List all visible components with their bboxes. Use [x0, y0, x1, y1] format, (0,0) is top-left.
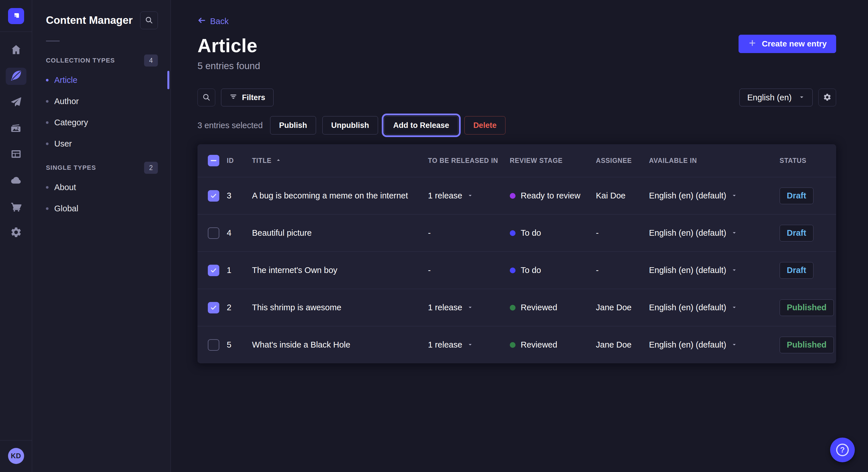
- chevron-down-icon: [467, 191, 473, 200]
- gear-icon: [10, 226, 22, 239]
- publish-button[interactable]: Publish: [270, 116, 316, 134]
- cell-stage: To do: [510, 266, 596, 275]
- chevron-down-icon: [732, 340, 737, 349]
- chevron-down-icon: [467, 303, 473, 312]
- chevron-down-icon: [732, 191, 737, 200]
- bullet-icon: [46, 207, 49, 210]
- cell-id: 1: [227, 266, 252, 275]
- strapi-logo-icon: [8, 8, 24, 24]
- cell-release: -: [428, 228, 510, 238]
- col-header-assignee[interactable]: ASSIGNEE: [596, 157, 649, 165]
- col-header-id[interactable]: ID: [227, 157, 252, 165]
- subnav-search-button[interactable]: [140, 11, 158, 29]
- col-header-release[interactable]: TO BE RELEASED IN: [428, 157, 510, 165]
- user-avatar[interactable]: KD: [8, 448, 24, 464]
- layout-icon: [10, 148, 22, 161]
- subnav-item-article[interactable]: Article: [41, 69, 162, 91]
- chevron-down-icon: [732, 303, 737, 312]
- view-settings-button[interactable]: [818, 89, 836, 106]
- paper-plane-icon: [10, 96, 22, 109]
- strapi-logo-wrap[interactable]: [0, 0, 32, 32]
- locale-select[interactable]: English (en): [739, 89, 813, 106]
- col-header-available[interactable]: AVAILABLE IN: [649, 157, 780, 165]
- create-new-entry-button[interactable]: Create new entry: [739, 35, 836, 53]
- feather-icon: [10, 70, 22, 83]
- col-header-title[interactable]: TITLE: [252, 157, 428, 165]
- back-link[interactable]: Back: [197, 16, 228, 27]
- col-header-status[interactable]: STATUS: [780, 157, 836, 165]
- rail-item-content-manager[interactable]: [6, 68, 26, 85]
- collection-types-section: COLLECTION TYPES 4 Article Author Catego…: [32, 47, 170, 154]
- subnav-item-user[interactable]: User: [41, 133, 162, 154]
- cell-id: 2: [227, 303, 252, 312]
- rail-footer: KD: [0, 440, 32, 472]
- rail-item-deploy[interactable]: [6, 172, 26, 189]
- list-search-button[interactable]: [197, 89, 215, 106]
- stage-dot-icon: [510, 230, 516, 236]
- cell-stage: Reviewed: [510, 303, 596, 312]
- table-row[interactable]: 2 This shrimp is awesome 1 release Revie…: [197, 289, 836, 326]
- bullet-icon: [46, 142, 49, 145]
- selection-count-text: 3 entries selected: [197, 121, 262, 130]
- status-badge: Draft: [780, 188, 813, 204]
- row-checkbox[interactable]: [208, 339, 219, 351]
- rail-icon-list: [6, 32, 26, 241]
- cell-release[interactable]: 1 release: [428, 191, 510, 200]
- cell-available[interactable]: English (en) (default): [649, 303, 780, 312]
- gear-icon: [823, 93, 832, 102]
- question-mark-icon: ?: [836, 444, 849, 456]
- cell-title: The internet's Own boy: [252, 266, 428, 275]
- cell-available[interactable]: English (en) (default): [649, 228, 780, 238]
- subnav-item-category[interactable]: Category: [41, 112, 162, 133]
- chevron-down-icon: [732, 228, 737, 238]
- cell-available[interactable]: English (en) (default): [649, 191, 780, 200]
- cell-release[interactable]: 1 release: [428, 303, 510, 312]
- bullet-icon: [46, 100, 49, 103]
- rail-item-releases[interactable]: [6, 94, 26, 111]
- delete-button[interactable]: Delete: [464, 116, 505, 134]
- rail-item-settings[interactable]: [6, 224, 26, 241]
- images-icon: [10, 122, 22, 135]
- cell-stage: To do: [510, 228, 596, 238]
- col-header-stage[interactable]: REVIEW STAGE: [510, 157, 596, 165]
- cell-release: -: [428, 266, 510, 275]
- rail-item-home[interactable]: [6, 42, 26, 59]
- table-header-row: ID TITLE TO BE RELEASED IN REVIEW STAGE …: [197, 144, 836, 177]
- cell-available[interactable]: English (en) (default): [649, 266, 780, 275]
- cell-title: What's inside a Black Hole: [252, 340, 428, 349]
- sort-ascending-icon: [276, 157, 281, 165]
- select-all-checkbox[interactable]: [208, 155, 219, 166]
- subnav-item-global[interactable]: Global: [41, 198, 162, 219]
- entries-count-text: 5 entries found: [197, 61, 260, 71]
- row-checkbox[interactable]: [208, 302, 219, 313]
- stage-dot-icon: [510, 342, 516, 348]
- bullet-icon: [46, 79, 49, 81]
- app-root: KD Content Manager COLLECTION TYPES 4 Ar…: [0, 0, 868, 472]
- row-checkbox[interactable]: [208, 190, 219, 202]
- table-row[interactable]: 4 Beautiful picture - To do - English (e…: [197, 214, 836, 251]
- table-row[interactable]: 1 The internet's Own boy - To do - Engli…: [197, 251, 836, 289]
- filters-button[interactable]: Filters: [221, 89, 274, 106]
- rail-item-media-library[interactable]: [6, 120, 26, 137]
- subnav-item-author[interactable]: Author: [41, 91, 162, 112]
- unpublish-button[interactable]: Unpublish: [322, 116, 378, 134]
- cell-available[interactable]: English (en) (default): [649, 340, 780, 349]
- stage-dot-icon: [510, 268, 516, 273]
- main-content: Back Article 5 entries found Create new …: [171, 0, 868, 472]
- page-title: Article: [197, 35, 260, 57]
- row-checkbox[interactable]: [208, 265, 219, 276]
- rail-item-content-type-builder[interactable]: [6, 146, 26, 163]
- table-row[interactable]: 3 A bug is becoming a meme on the intern…: [197, 177, 836, 214]
- rail-item-marketplace[interactable]: [6, 198, 26, 215]
- help-button[interactable]: ?: [830, 438, 855, 462]
- table-row[interactable]: 5 What's inside a Black Hole 1 release R…: [197, 326, 836, 363]
- cell-release[interactable]: 1 release: [428, 340, 510, 349]
- subnav-item-about[interactable]: About: [41, 177, 162, 198]
- add-to-release-button[interactable]: Add to Release: [384, 116, 458, 134]
- cell-stage: Ready to review: [510, 191, 596, 200]
- stage-dot-icon: [510, 305, 516, 310]
- cart-icon: [10, 200, 22, 213]
- status-badge: Draft: [780, 262, 813, 279]
- row-checkbox[interactable]: [208, 227, 219, 239]
- single-types-section: SINGLE TYPES 2 About Global: [32, 154, 170, 219]
